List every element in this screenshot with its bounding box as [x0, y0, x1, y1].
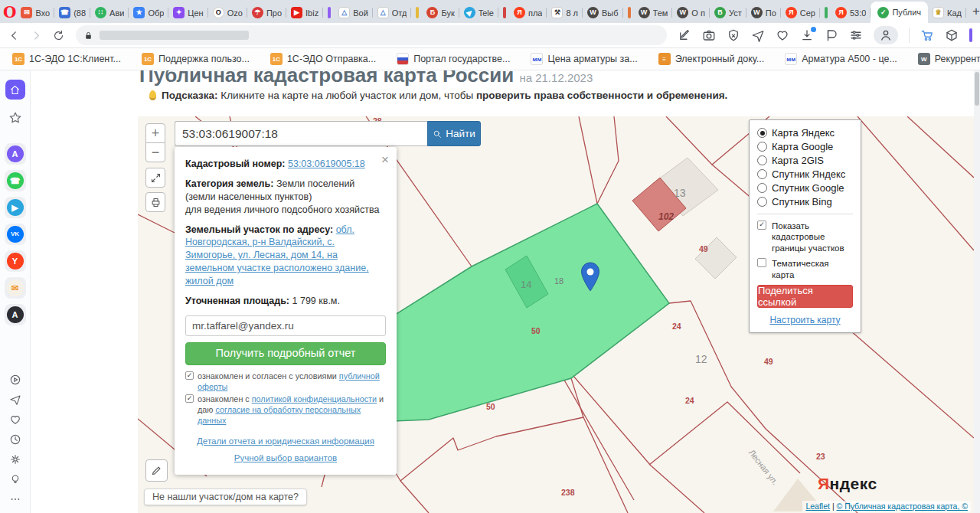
adblock-shield-icon[interactable]	[727, 28, 740, 42]
tab-green-site[interactable]: BУст	[710, 2, 746, 23]
zoom-out-button[interactable]: −	[145, 142, 165, 162]
profile-button[interactable]	[874, 26, 898, 44]
tab-booking[interactable]: ББук	[422, 2, 459, 23]
more-icon[interactable]	[9, 493, 21, 505]
sidebar-app-opera-mail[interactable]: ✉	[5, 277, 26, 299]
bookmark-metal-market[interactable]: ммАрматура А500 - це...	[785, 53, 897, 65]
cadastral-map[interactable]: 281310249141850241249502423823 Лесная ул…	[138, 116, 974, 513]
pkk-link[interactable]: © Публичная кадастровая карта, ©	[837, 502, 968, 511]
sidebar-app-telegram[interactable]: ▶	[5, 197, 26, 218]
tab-triangle-site[interactable]: △Вой	[334, 2, 373, 23]
ideas-icon[interactable]	[9, 473, 21, 485]
bookmark-1c-edo[interactable]: 1С1С-ЭДО 1С:Клиент...	[12, 53, 121, 65]
print-button[interactable]	[145, 192, 165, 212]
edit-page-icon[interactable]	[678, 28, 691, 42]
leaflet-link[interactable]: Leaflet	[805, 502, 830, 511]
tab-wordpress[interactable]: WВыб	[583, 2, 623, 23]
not-found-tooltip[interactable]: Не нашли участок/дом на карте?	[144, 488, 307, 505]
tab-tools-site[interactable]: ⚒8 л	[547, 2, 583, 23]
favorites-icon[interactable]	[9, 413, 21, 426]
tab-avito[interactable]: ∷Ави	[90, 2, 129, 23]
get-report-button[interactable]: Получить подробный отчет	[185, 342, 386, 365]
tab-umbrella-site[interactable]: ☂Про	[247, 2, 286, 23]
tab-yandex[interactable]: Япла	[509, 2, 547, 23]
tab-triangle-site[interactable]: △Отд	[373, 2, 412, 23]
search-button[interactable]: Найти	[427, 121, 481, 146]
shopping-cart-icon[interactable]	[920, 28, 934, 42]
downloads-icon[interactable]	[800, 28, 814, 42]
popup-close-icon[interactable]: ×	[381, 152, 389, 169]
player-icon[interactable]	[9, 374, 21, 386]
bookmark-ru-flag[interactable]: Портал государстве...	[397, 53, 510, 65]
overlay-option[interactable]: ✓Показать кадастровые границы участков	[757, 221, 853, 253]
sidebar-app-ai-app[interactable]: A	[5, 304, 26, 325]
bookmark-orange-doc[interactable]: ≡Электронный доку...	[658, 53, 765, 65]
extensions-cube-icon[interactable]	[945, 28, 959, 42]
tab-yandex[interactable]: Я53:0	[831, 2, 871, 23]
tab-wordpress[interactable]: WО п	[672, 2, 710, 23]
tab-wordpress[interactable]: WПо	[746, 2, 781, 23]
layer-option[interactable]: Карта Яндекс	[757, 127, 853, 139]
back-icon[interactable]	[8, 29, 21, 42]
sidebar-app-vk[interactable]: VK	[5, 224, 26, 245]
share-link-button[interactable]: Поделиться ссылкой	[757, 285, 853, 308]
tab-star-site[interactable]: ★Обр	[129, 2, 168, 23]
draw-button[interactable]	[145, 459, 168, 482]
configure-map-link[interactable]: Настроить карту	[757, 315, 853, 325]
reload-icon[interactable]	[52, 29, 65, 42]
layer-option[interactable]: Карта Google	[757, 141, 853, 152]
send-to-device-icon[interactable]	[9, 394, 21, 406]
consent-link[interactable]: согласие на обработку персональных данны…	[198, 405, 361, 425]
address-bar[interactable]	[76, 25, 667, 45]
overlay-option[interactable]: Тематическая карта	[757, 258, 853, 280]
tab-phone-site[interactable]: ☎(88	[54, 2, 90, 23]
pinboard-button[interactable]	[8, 111, 22, 125]
report-details-link[interactable]: Детали отчета и юридическая информация	[197, 433, 374, 450]
forward-icon[interactable]	[30, 29, 43, 42]
cadastral-number-link[interactable]: 53:03:0619005:18	[288, 158, 365, 169]
layer-option[interactable]: Карта 2GIS	[757, 155, 853, 166]
bookmark-wordpress[interactable]: WРекуррентные плат...	[918, 53, 980, 65]
page-scrollbar[interactable]	[974, 70, 980, 513]
tab-yandex[interactable]: ЯСер	[781, 2, 820, 23]
history-icon[interactable]	[9, 433, 21, 446]
tab-pkk-check[interactable]: ✓Публич	[871, 2, 928, 23]
consent-link[interactable]: публичной оферты	[198, 371, 380, 391]
manual-choice-link[interactable]: Ручной выбор вариантов	[234, 450, 337, 467]
bookmark-heart-icon[interactable]	[776, 28, 789, 42]
fullscreen-button[interactable]	[145, 168, 165, 188]
bookmark-1c-edo[interactable]: 1СПоддержка пользо...	[142, 53, 250, 65]
share-send-icon[interactable]	[751, 28, 765, 42]
bookmark-1c-edo[interactable]: 1С1С-ЭДО Отправка...	[270, 53, 376, 65]
tab-price-site[interactable]: ✦Цен	[168, 2, 207, 23]
tab-coat-of-arms[interactable]: ♛Кад	[928, 2, 966, 23]
tab-telegram[interactable]: ▶Tele	[459, 2, 498, 23]
opera-menu-button[interactable]: O	[3, 2, 16, 22]
consent-link[interactable]: политикой конфиденциальности	[252, 394, 377, 404]
layer-option[interactable]: Спутник Bing	[757, 196, 853, 207]
zoom-in-button[interactable]: +	[145, 123, 165, 143]
home-icon	[9, 84, 21, 96]
consent-checkbox[interactable]: ✓	[185, 394, 194, 403]
tab-youtube[interactable]: ▶Ibiz	[286, 2, 323, 23]
reading-list-icon[interactable]	[849, 28, 863, 42]
consent-checkbox[interactable]: ✓	[185, 371, 194, 380]
tab-yandex-mail[interactable]: ✉Вхо	[16, 2, 54, 23]
bookmark-metal-market[interactable]: ммЦена арматуры за...	[531, 53, 637, 65]
layer-option[interactable]: Спутник Google	[757, 182, 853, 194]
tab-wordpress[interactable]: WТем	[634, 2, 673, 23]
scrollbar-thumb[interactable]	[975, 72, 979, 106]
snapshot-camera-icon[interactable]	[702, 28, 716, 42]
sidebar-app-yandex[interactable]: Y	[5, 250, 26, 272]
building-49	[695, 237, 737, 279]
new-tab-button[interactable]: +	[972, 4, 980, 19]
tab-ozon[interactable]: OOzo	[208, 2, 247, 23]
speed-dial-button[interactable]	[5, 80, 25, 100]
sidebar-app-whatsapp[interactable]: ☎	[5, 170, 26, 191]
settings-icon[interactable]	[9, 453, 21, 466]
search-input[interactable]	[175, 121, 427, 146]
sidebar-app-aria[interactable]: A	[5, 143, 26, 165]
flag-panel-icon[interactable]	[825, 28, 838, 42]
email-field[interactable]	[185, 315, 386, 336]
layer-option[interactable]: Спутник Яндекс	[757, 168, 853, 180]
